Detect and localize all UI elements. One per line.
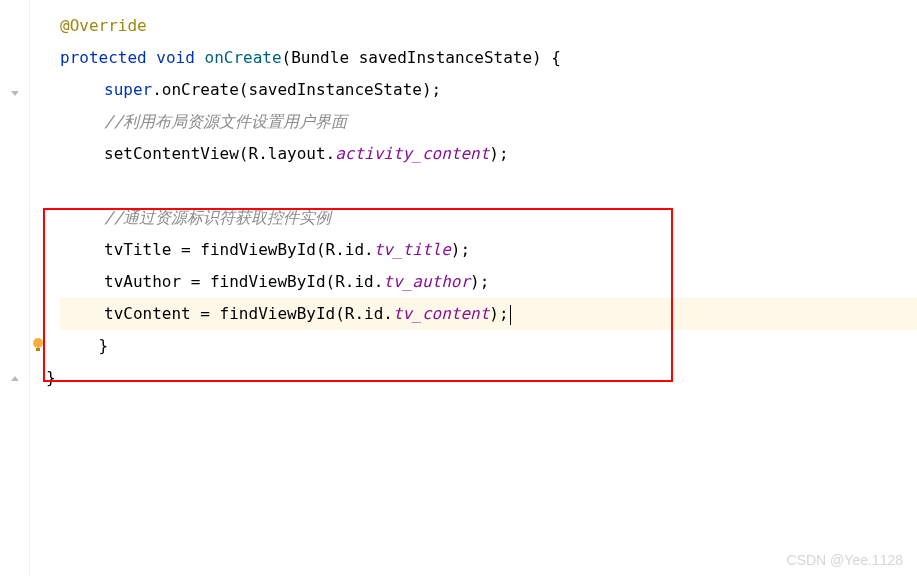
code-line: tvTitle = findViewById(R.id.tv_title); [60, 234, 917, 266]
code-line: } [46, 362, 917, 394]
annotation: @Override [60, 16, 147, 35]
blank-line [60, 170, 917, 202]
code-editor[interactable]: @Override protected void onCreate(Bundle… [30, 0, 917, 576]
code-line: tvAuthor = findViewById(R.id.tv_author); [60, 266, 917, 298]
code-line: //利用布局资源文件设置用户界面 [60, 106, 917, 138]
code-line: setContentView(R.layout.activity_content… [60, 138, 917, 170]
text-cursor [510, 305, 511, 325]
code-line: super.onCreate(savedInstanceState); [60, 74, 917, 106]
code-line: } [60, 330, 917, 362]
code-line-active: tvContent = findViewById(R.id.tv_content… [60, 298, 917, 330]
watermark-text: CSDN @Yee.1128 [787, 552, 903, 568]
code-line: //通过资源标识符获取控件实例 [60, 202, 917, 234]
code-line: @Override [60, 10, 917, 42]
fold-icon[interactable] [8, 85, 22, 99]
fold-up-icon[interactable] [8, 370, 22, 384]
editor-gutter [0, 0, 30, 576]
code-line: protected void onCreate(Bundle savedInst… [60, 42, 917, 74]
